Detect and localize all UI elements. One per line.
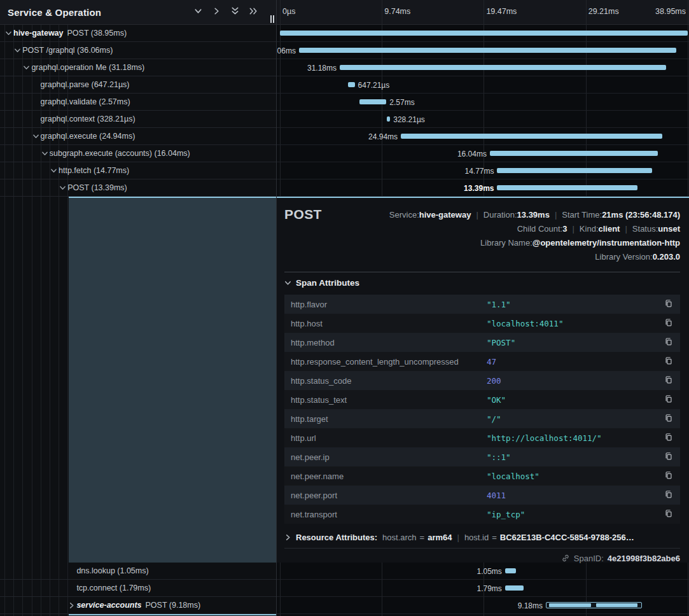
span-duration-bar[interactable]	[497, 185, 637, 190]
span-duration-bar[interactable]	[401, 134, 662, 139]
chevron-down-icon	[284, 279, 291, 286]
copy-button[interactable]	[664, 414, 674, 424]
chevron-down-icon[interactable]	[41, 150, 50, 157]
attribute-row: http.method"POST"	[284, 333, 680, 352]
span-duration-bar[interactable]	[387, 116, 390, 122]
attribute-key: net.peer.port	[284, 491, 487, 500]
span-attributes-toggle[interactable]: Span Attributes	[284, 278, 359, 288]
duration-label: 9.18ms	[518, 601, 543, 610]
timeline-row: 647.21µs	[277, 76, 689, 94]
span-label: subgraph.execute (accounts) (16.04ms)	[50, 149, 190, 158]
span-duration-bar[interactable]	[505, 585, 524, 591]
chevron-right-icon	[284, 534, 291, 541]
copy-icon	[664, 414, 673, 424]
chevron-down-icon[interactable]	[50, 167, 59, 174]
timeline-row: 13.39ms	[277, 179, 689, 197]
attribute-value: 47	[487, 357, 496, 367]
service-name: hive-gateway	[13, 29, 64, 38]
expand-all-button[interactable]	[247, 6, 260, 18]
equals-sign: =	[492, 533, 497, 542]
attribute-row: net.peer.port4011	[284, 486, 680, 505]
tree-row[interactable]: graphql.execute (24.94ms)	[0, 128, 276, 145]
link-icon[interactable]	[561, 554, 570, 563]
copy-button[interactable]	[664, 452, 674, 462]
tree-row[interactable]: service-accountsPOST (9.18ms)	[0, 597, 276, 614]
attribute-key: net.peer.name	[284, 472, 487, 481]
equals-sign: =	[420, 533, 425, 542]
tree-row[interactable]: graphql.context (328.21µs)	[0, 111, 276, 128]
span-duration-bar[interactable]	[490, 151, 658, 156]
copy-button[interactable]	[664, 337, 674, 347]
span-label: POST (9.18ms)	[146, 601, 201, 610]
copy-button[interactable]	[664, 356, 674, 367]
attribute-value: "1.1"	[487, 300, 511, 309]
span-duration-bar[interactable]	[299, 48, 676, 53]
chevron-down-icon[interactable]	[32, 133, 41, 140]
tree-row[interactable]: graphql.validate (2.57ms)	[0, 94, 276, 111]
span-id-row: SpanID: 4e21998f3b82abe6	[561, 552, 680, 564]
duration-label: 1.79ms	[477, 584, 501, 593]
duration-label: 14.77ms	[464, 167, 494, 176]
copy-button[interactable]	[664, 433, 674, 443]
tree-row[interactable]: POST /graphql (36.06ms)	[0, 42, 276, 59]
panel-drag-grip[interactable]	[270, 15, 274, 23]
chevron-right-icon[interactable]	[68, 602, 76, 609]
tree-row[interactable]: hive-gatewayPOST (38.95ms)	[0, 25, 276, 42]
meta-separator: |	[625, 224, 627, 234]
chevron-right-icon	[212, 6, 221, 18]
chevron-down-icon[interactable]	[14, 47, 22, 54]
chevron-down-icon[interactable]	[23, 64, 31, 71]
copy-button[interactable]	[664, 471, 674, 481]
section-divider	[284, 272, 680, 272]
span-duration-bar[interactable]	[546, 602, 642, 608]
copy-button[interactable]	[664, 318, 674, 328]
tree-row[interactable]: graphql.parse (647.21µs)	[0, 76, 276, 94]
copy-icon	[664, 509, 673, 520]
copy-button[interactable]	[664, 490, 674, 500]
tree-row[interactable]: dns.lookup (1.05ms)	[0, 563, 276, 580]
resource-attributes-title: Resource Attributes:	[296, 533, 377, 542]
tree-row[interactable]: graphql.operation Me (31.18ms)	[0, 59, 276, 76]
copy-button[interactable]	[664, 395, 674, 405]
copy-button[interactable]	[664, 299, 674, 309]
attribute-key: http.method	[284, 338, 487, 347]
timeline-tick-label: 29.21ms	[588, 7, 619, 16]
span-duration-bar[interactable]	[497, 168, 651, 173]
span-duration-bar[interactable]	[348, 82, 355, 87]
span-meta-line: Child Count:3|Kind:client|Status:unset	[389, 222, 680, 236]
span-duration-bar[interactable]	[505, 568, 516, 573]
tree-row[interactable]: POST (13.39ms)	[0, 179, 276, 197]
span-duration-bar[interactable]	[340, 65, 666, 70]
collapse-all-button[interactable]	[228, 6, 241, 18]
expand-one-button[interactable]	[210, 6, 223, 18]
chevron-down-icon[interactable]	[59, 185, 67, 192]
attribute-value: "http://localhost:4011/"	[487, 433, 602, 443]
child-span-segment	[549, 603, 591, 607]
timeline-row: 31.18ms	[277, 59, 689, 76]
timeline-row: 328.21µs	[277, 111, 689, 128]
meta-separator: |	[457, 533, 459, 542]
attribute-key: http.flavor	[284, 300, 487, 309]
trace-viewer: Service & Operation hive-gatewayPOST (38…	[0, 0, 689, 616]
span-label: graphql.operation Me (31.18ms)	[31, 63, 144, 72]
meta-separator: |	[555, 210, 557, 220]
copy-button[interactable]	[664, 509, 674, 519]
span-duration-bar[interactable]	[359, 99, 386, 104]
span-attributes-title: Span Attributes	[296, 278, 359, 288]
copy-icon	[664, 490, 673, 501]
meta-label: Library Version:	[595, 252, 652, 262]
tree-row[interactable]: tcp.connect (1.79ms)	[0, 580, 276, 597]
collapse-one-button[interactable]	[191, 6, 204, 18]
chevron-down-icon[interactable]	[5, 30, 13, 37]
tree-row[interactable]: subgraph.execute (accounts) (16.04ms)	[0, 145, 276, 162]
span-duration-bar[interactable]	[280, 31, 688, 36]
copy-icon	[664, 433, 673, 444]
meta-value: client	[599, 224, 620, 234]
resource-attributes-toggle[interactable]: Resource Attributes: host.arch=arm64|hos…	[284, 529, 680, 545]
meta-label: Library Name:	[480, 238, 532, 248]
attribute-value: "/"	[487, 414, 501, 424]
copy-button[interactable]	[664, 375, 674, 386]
attribute-value: 4011	[487, 491, 506, 500]
span-id-value: 4e21998f3b82abe6	[608, 554, 680, 563]
tree-row[interactable]: http.fetch (14.77ms)	[0, 162, 276, 179]
